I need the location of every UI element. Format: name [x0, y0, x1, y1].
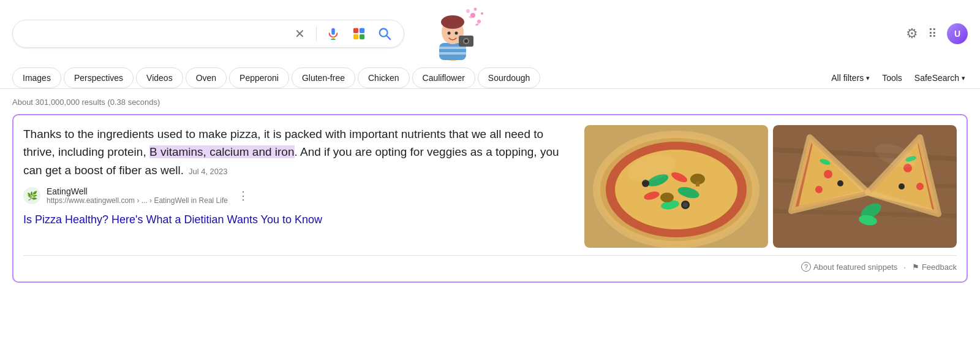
apps-button[interactable]: ⠿	[928, 26, 937, 42]
pizza-illustration-1	[584, 125, 768, 248]
svg-rect-10	[439, 43, 466, 60]
search-icon	[378, 27, 391, 40]
source-menu-button[interactable]: ⋮	[234, 188, 252, 204]
tab-perspectives[interactable]: Perspectives	[64, 67, 134, 88]
snippet-date: Jul 4, 2023	[189, 167, 228, 176]
tools-label: Tools	[882, 73, 902, 83]
settings-button[interactable]: ⚙	[906, 26, 918, 42]
svg-rect-4	[360, 28, 364, 33]
gear-icon: ⚙	[906, 26, 918, 41]
nav-right: All filters ▾ Tools SafeSearch ▾	[829, 68, 968, 88]
snippet-body-text: Thanks to the ingredients used to make p…	[23, 125, 575, 179]
all-filters-label: All filters	[831, 73, 864, 83]
safesearch-label: SafeSearch	[914, 73, 959, 83]
svg-point-13	[442, 20, 464, 44]
header-right: ⚙ ⠿ U	[906, 23, 968, 44]
footer-separator: ·	[903, 262, 906, 272]
source-row: 🌿 EatingWell https://www.eatingwell.com …	[23, 186, 575, 205]
svg-rect-12	[439, 52, 466, 55]
source-favicon: 🌿	[23, 187, 40, 204]
snippet-article-link[interactable]: Is Pizza Healthy? Here's What a Dietitia…	[23, 213, 575, 226]
svg-point-38	[660, 193, 674, 202]
svg-point-21	[477, 20, 481, 23]
lens-icon	[352, 27, 366, 40]
tab-videos[interactable]: Videos	[136, 67, 183, 88]
feedback-button[interactable]: ⚑ Feedback	[912, 262, 957, 272]
clear-icon: ✕	[295, 27, 305, 40]
tab-pepperoni[interactable]: Pepperoni	[229, 67, 289, 88]
snippet-text-highlighted: B vitamins, calcium and iron	[149, 145, 295, 158]
svg-point-14	[441, 15, 464, 29]
svg-point-24	[474, 8, 477, 11]
grid-icon: ⠿	[928, 27, 937, 40]
snippet-text-column: Thanks to the ingredients used to make p…	[23, 125, 575, 248]
tab-images[interactable]: Images	[12, 67, 61, 88]
pizza-image-2	[773, 125, 957, 248]
svg-rect-17	[459, 36, 473, 47]
svg-point-50	[837, 180, 843, 186]
svg-point-25	[469, 15, 473, 19]
svg-rect-0	[331, 28, 335, 35]
feedback-label: Feedback	[922, 262, 957, 272]
tab-oven[interactable]: Oven	[186, 67, 227, 88]
svg-point-16	[455, 32, 458, 35]
tab-sourdough[interactable]: Sourdough	[478, 67, 541, 88]
results-count: About 301,000,000 results (0.38 seconds)	[12, 98, 968, 107]
svg-line-8	[386, 36, 390, 39]
svg-point-9	[439, 44, 466, 61]
svg-point-48	[824, 170, 832, 178]
chevron-down-icon: ▾	[866, 74, 870, 82]
svg-rect-6	[360, 34, 364, 39]
svg-point-40	[683, 202, 688, 207]
source-info: EatingWell https://www.eatingwell.com › …	[47, 186, 228, 205]
pizza-image-1	[584, 125, 768, 248]
search-icons: ✕	[291, 25, 394, 43]
svg-point-22	[466, 9, 470, 13]
search-input[interactable]: benefits of pizza	[23, 28, 291, 39]
question-icon: ?	[801, 262, 811, 272]
svg-point-23	[481, 12, 483, 15]
search-button[interactable]	[375, 25, 394, 43]
mic-icon	[326, 27, 340, 40]
snippet-inner: Thanks to the ingredients used to make p…	[23, 125, 957, 248]
about-snippets-link[interactable]: ? About featured snippets	[801, 262, 897, 272]
tab-chicken[interactable]: Chicken	[358, 67, 410, 88]
source-name: EatingWell	[47, 186, 228, 196]
svg-rect-37	[696, 182, 699, 186]
voice-search-button[interactable]	[324, 25, 342, 43]
svg-rect-3	[353, 28, 358, 33]
feedback-icon: ⚑	[912, 262, 919, 272]
snippet-footer: ? About featured snippets · ⚑ Feedback	[23, 255, 957, 272]
nav-tabs: Images Perspectives Videos Oven Pepperon…	[0, 61, 980, 89]
decorative-character	[419, 6, 480, 61]
featured-snippet-box: Thanks to the ingredients used to make p…	[12, 114, 968, 283]
more-options-icon: ⋮	[238, 190, 249, 202]
snippet-images	[584, 125, 957, 248]
svg-point-15	[448, 32, 451, 35]
svg-point-54	[899, 183, 905, 190]
about-snippets-label: About featured snippets	[813, 262, 897, 272]
header: benefits of pizza ✕	[0, 0, 980, 61]
search-bar: benefits of pizza ✕	[12, 20, 404, 48]
tools-button[interactable]: Tools	[880, 68, 905, 88]
clear-button[interactable]: ✕	[291, 25, 309, 42]
svg-point-53	[916, 183, 924, 190]
all-filters-button[interactable]: All filters ▾	[829, 68, 872, 88]
main-content: About 301,000,000 results (0.38 seconds)…	[0, 89, 980, 289]
svg-point-26	[475, 23, 480, 26]
lens-button[interactable]	[350, 25, 368, 43]
pizza-illustration-2	[773, 125, 957, 248]
chevron-down-icon-2: ▾	[962, 74, 965, 82]
tab-gluten-free[interactable]: Gluten-free	[292, 67, 355, 88]
svg-rect-11	[439, 47, 466, 49]
svg-point-49	[815, 186, 823, 193]
svg-rect-5	[353, 34, 358, 39]
avatar[interactable]: U	[947, 23, 968, 44]
svg-point-18	[463, 38, 469, 44]
safesearch-button[interactable]: SafeSearch ▾	[912, 68, 968, 88]
source-url: https://www.eatingwell.com › ... › Eatin…	[47, 196, 228, 205]
search-divider	[316, 26, 317, 41]
svg-point-20	[470, 13, 475, 18]
tab-cauliflower[interactable]: Cauliflower	[412, 67, 475, 88]
svg-point-30	[615, 150, 737, 229]
